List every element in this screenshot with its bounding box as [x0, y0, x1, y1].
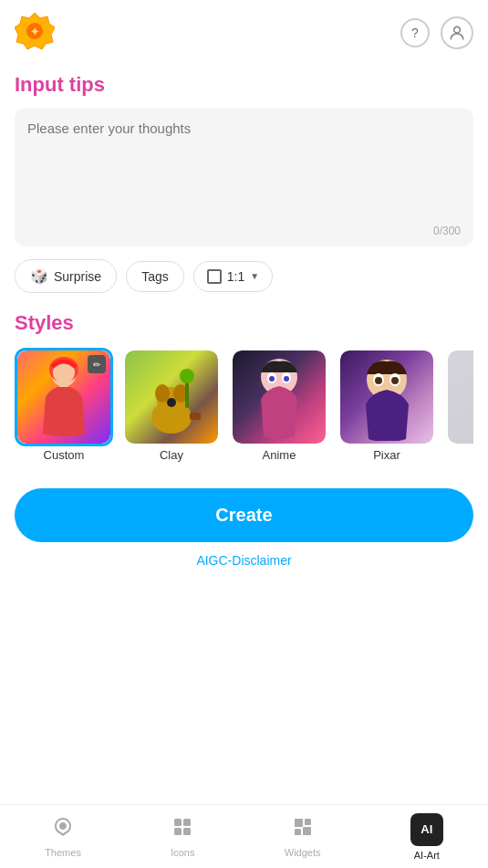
clay-figure	[135, 362, 208, 440]
styles-scroll-container: ✏ Custom	[15, 348, 473, 470]
style-label-anime: Anime	[263, 448, 296, 462]
svg-rect-66	[183, 828, 191, 835]
disclaimer-link[interactable]: AIGC-Disclaimer	[15, 553, 473, 568]
svg-point-25	[391, 377, 399, 384]
bottom-nav: Themes Icons Widgets AI AI-Art	[0, 804, 488, 868]
ratio-icon	[207, 269, 222, 284]
style-item-graffiti[interactable]: Graf…	[445, 348, 473, 463]
edit-badge: ✏	[88, 355, 106, 373]
logo: ✦	[15, 11, 55, 55]
ai-badge-label: AI	[421, 822, 432, 836]
user-icon	[448, 24, 466, 42]
ratio-button[interactable]: 1:1 ▼	[193, 261, 273, 292]
tags-button[interactable]: Tags	[126, 261, 184, 292]
tags-label: Tags	[141, 269, 169, 284]
svg-rect-68	[305, 819, 311, 825]
style-item-pixar[interactable]: Pixar	[337, 348, 436, 463]
nav-item-icons[interactable]: Icons	[156, 809, 209, 865]
style-img-pixar	[337, 348, 436, 446]
style-img-anime	[230, 348, 328, 446]
logo-icon: ✦	[15, 11, 55, 51]
surprise-button[interactable]: 🎲 Surprise	[15, 259, 117, 293]
icons-icon	[171, 816, 193, 843]
custom-figure	[32, 356, 96, 438]
themes-icon	[52, 816, 74, 843]
create-button[interactable]: Create	[15, 488, 473, 542]
ratio-label: 1:1	[227, 269, 244, 284]
nav-label-themes: Themes	[45, 847, 81, 858]
styles-title: Styles	[15, 311, 473, 335]
nav-item-widgets[interactable]: Widgets	[270, 809, 336, 865]
svg-point-19	[269, 376, 275, 382]
app-header: ✦ ?	[0, 0, 488, 66]
style-label-clay: Clay	[160, 448, 183, 462]
pixar-figure	[353, 354, 421, 441]
style-img-custom: ✏	[15, 348, 113, 446]
help-button[interactable]: ?	[400, 18, 430, 47]
nav-label-ai-art: AI-Art	[414, 850, 440, 861]
main-content: Input tips 0/300 🎲 Surprise Tags 1:1 ▼ S…	[0, 73, 488, 674]
svg-rect-67	[295, 819, 303, 827]
svg-rect-70	[303, 827, 311, 835]
svg-rect-13	[185, 381, 189, 408]
svg-point-20	[284, 376, 289, 382]
svg-text:✦: ✦	[30, 26, 39, 38]
svg-point-10	[155, 384, 170, 403]
svg-rect-15	[190, 413, 201, 420]
svg-point-24	[375, 377, 382, 384]
style-item-custom[interactable]: ✏ Custom	[15, 348, 113, 463]
style-label-pixar: Pixar	[373, 448, 400, 462]
surprise-label: Surprise	[54, 269, 101, 284]
controls-row: 🎲 Surprise Tags 1:1 ▼	[15, 259, 473, 293]
nav-label-icons: Icons	[171, 847, 194, 858]
input-tips-title: Input tips	[15, 73, 473, 97]
svg-rect-63	[174, 819, 182, 826]
svg-rect-7	[59, 383, 68, 387]
style-item-anime[interactable]: Anime	[230, 348, 328, 463]
style-img-clay	[122, 348, 221, 446]
surprise-emoji: 🎲	[30, 267, 48, 285]
anime-figure	[247, 354, 311, 441]
char-count: 0/300	[433, 225, 461, 237]
svg-point-3	[454, 26, 461, 33]
svg-rect-64	[183, 819, 191, 826]
svg-rect-69	[295, 829, 301, 835]
style-item-clay[interactable]: Clay	[122, 348, 221, 463]
prompt-input[interactable]	[27, 120, 461, 230]
style-label-custom: Custom	[44, 448, 85, 462]
nav-label-widgets: Widgets	[285, 847, 321, 858]
user-button[interactable]	[441, 16, 473, 49]
style-img-graffiti	[445, 348, 473, 446]
svg-point-12	[167, 398, 176, 407]
ai-art-badge: AI	[410, 813, 443, 846]
svg-point-14	[180, 369, 194, 383]
nav-item-ai-art[interactable]: AI AI-Art	[396, 806, 458, 868]
nav-spacer	[15, 586, 473, 659]
prompt-input-wrap: 0/300	[15, 108, 473, 246]
header-right: ?	[400, 16, 473, 49]
svg-rect-65	[174, 828, 182, 835]
nav-item-themes[interactable]: Themes	[30, 809, 96, 865]
widgets-icon	[292, 816, 314, 843]
chevron-down-icon: ▼	[250, 271, 259, 281]
